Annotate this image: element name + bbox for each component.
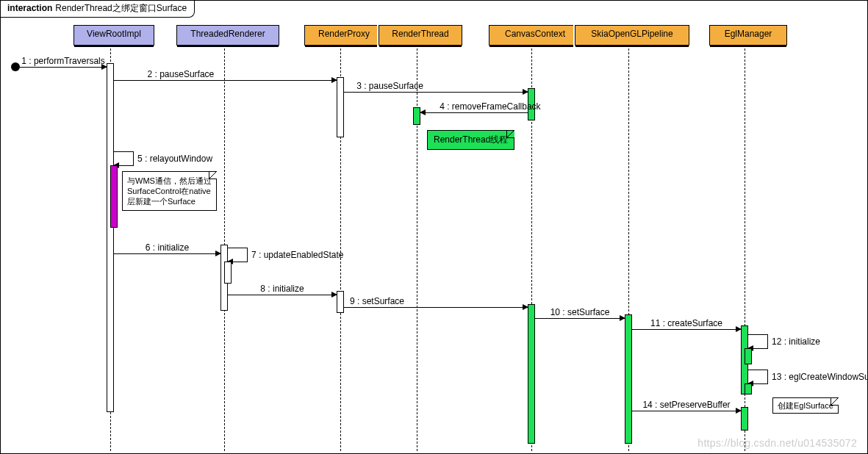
participant-canvascontext: CanvasContext — [489, 25, 581, 46]
msg-updateenabledstate: 7 : updateEnabledState — [228, 248, 248, 262]
activation-skia — [625, 314, 632, 444]
activation-eglmanager-init — [745, 348, 752, 364]
msg-initialize-1: 6 : initialize — [114, 253, 220, 254]
msg-performtraversals: 1 : performTraversals — [20, 67, 107, 68]
participant-renderthread: RenderThread — [379, 25, 462, 46]
note-eglsurface: 创建EglSurface — [772, 397, 839, 414]
watermark: https://blog.csdn.net/u014535072 — [697, 437, 857, 449]
msg-createsurface: 11 : createSurface — [632, 329, 741, 330]
sequence-diagram: interactionRenderThread之绑定窗口Surface View… — [0, 0, 868, 454]
msg-setsurface-2: 10 : setSurface — [535, 318, 625, 319]
msg-pausesurface-2: 3 : pauseSurface — [344, 92, 528, 93]
note-wms: 与WMS通信，然后通过SurfaceControl在native层新建一个Sur… — [122, 171, 217, 211]
frame-title-text: RenderThread之绑定窗口Surface — [55, 3, 187, 13]
participant-viewrootimpl: ViewRootImpl — [73, 25, 154, 46]
participant-eglmanager: EglManager — [709, 25, 787, 46]
activation-eglmanager-setpreserve — [741, 407, 748, 430]
start-node — [11, 62, 20, 71]
note-renderthread: RenderThread线程 — [427, 130, 514, 150]
activation-viewrootimpl — [107, 63, 114, 412]
msg-relayoutwindow: 5 : relayoutWindow — [114, 151, 134, 166]
participant-threadedrenderer: ThreadedRenderer — [176, 25, 279, 46]
msg-setpreservebuffer: 14 : setPreserveBuffer — [632, 411, 741, 411]
participant-skiaopenglpipeline: SkiaOpenGLPipeline — [575, 25, 689, 46]
msg-eglcreatewindowsurface: 13 : eglCreateWindowSurface — [748, 370, 768, 384]
activation-threadedrenderer-inner — [224, 262, 232, 284]
lifeline-renderthread — [417, 45, 417, 451]
activation-renderproxy-1 — [337, 77, 344, 137]
msg-removeframecallback: 4 : removeFrameCallback — [420, 112, 528, 113]
msg-initialize-egl: 12 : initialize — [748, 334, 768, 349]
activation-eglmanager-create — [745, 383, 752, 394]
frame-title: interactionRenderThread之绑定窗口Surface — [0, 0, 195, 18]
activation-renderproxy-2 — [337, 291, 344, 313]
activation-canvascontext-2 — [528, 304, 535, 444]
activation-renderthread-1 — [413, 107, 420, 125]
msg-pausesurface-1: 2 : pauseSurface — [114, 80, 337, 81]
activation-viewrootimpl-relayout — [110, 165, 118, 228]
msg-setsurface-1: 9 : setSurface — [344, 307, 528, 308]
msg-initialize-2: 8 : initialize — [228, 295, 337, 295]
participant-renderproxy: RenderProxy — [304, 25, 384, 46]
frame-title-prefix: interaction — [7, 3, 52, 13]
